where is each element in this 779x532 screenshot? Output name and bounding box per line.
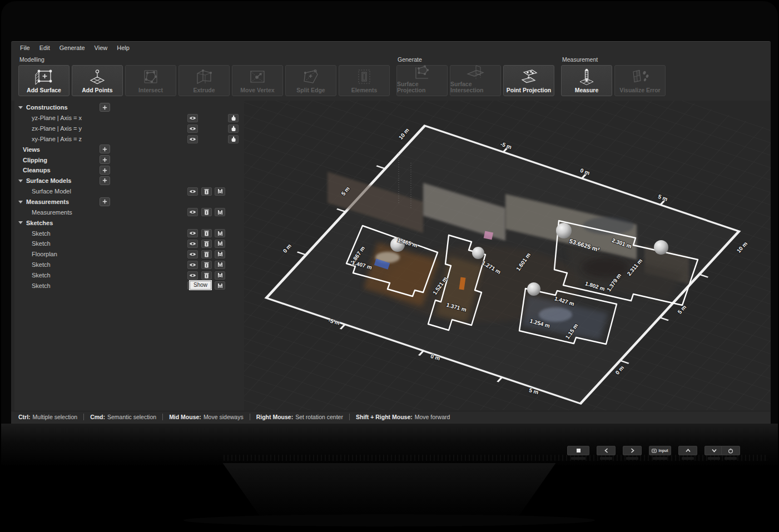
app-window: File Edit Generate View Help Modelling <box>11 41 771 425</box>
osd-menu-button[interactable] <box>567 446 589 455</box>
visibility-eye-button[interactable] <box>187 250 198 258</box>
section-label: Constructions <box>26 104 68 111</box>
tree-item-sketch-4[interactable]: Sketch <box>11 270 244 281</box>
tree-item-sketch-1[interactable]: Sketch <box>11 228 244 238</box>
grab-hand-button[interactable] <box>228 114 239 122</box>
tree-item-zx-plane[interactable]: zx-Plane | Axis = y <box>11 123 244 134</box>
delete-trash-button[interactable] <box>201 240 212 248</box>
hint-shift-right-mouse: Shift + Right Mouse:Move forward <box>356 414 450 420</box>
visibility-eye-button[interactable] <box>187 208 198 216</box>
add-construction-button[interactable] <box>100 103 110 112</box>
measure-button[interactable]: Measure <box>561 65 612 96</box>
sidebar-section-constructions[interactable]: Constructions <box>11 102 244 113</box>
divider <box>250 414 250 420</box>
add-clipping-button[interactable] <box>100 155 110 164</box>
delete-trash-button[interactable] <box>201 261 212 269</box>
show-tooltip: Show <box>190 281 211 290</box>
osd-power-button[interactable] <box>721 446 740 455</box>
osd-input-label: Input <box>658 449 668 453</box>
save-disk-button[interactable] <box>215 187 225 196</box>
save-disk-button[interactable] <box>215 261 225 269</box>
button-label: Extrude <box>193 87 215 93</box>
visibility-eye-button[interactable] <box>187 261 198 269</box>
visibility-eye-button[interactable] <box>187 240 198 248</box>
visibility-eye-button[interactable] <box>187 229 198 237</box>
add-points-button[interactable]: Add Points <box>72 65 123 96</box>
point-projection-button[interactable]: Point Projection <box>503 65 554 96</box>
delete-trash-button[interactable] <box>201 187 212 196</box>
osd-left-button[interactable] <box>597 446 616 455</box>
osd-input-button[interactable]: Input <box>649 446 671 455</box>
visualize-error-button: Visualize Error <box>614 65 666 96</box>
add-surface-model-button[interactable] <box>100 176 110 185</box>
visibility-eye-button[interactable] <box>187 125 198 133</box>
menu-generate[interactable]: Generate <box>58 43 87 52</box>
sidebar-section-measurements[interactable]: Measurements <box>11 197 244 207</box>
hint-mid-mouse: Mid Mouse:Move sideways <box>169 414 244 420</box>
add-surface-icon <box>33 66 55 87</box>
visibility-eye-button[interactable] <box>187 114 198 122</box>
section-label: Clipping <box>23 157 47 163</box>
menu-edit[interactable]: Edit <box>38 43 52 52</box>
viewport-3d-canvas[interactable]: 10 m 5 m 0 m -5 m 0 m 5 m 10 m 5 m 0 m -… <box>244 101 771 410</box>
delete-trash-button[interactable] <box>201 229 212 237</box>
delete-trash-button[interactable] <box>201 250 212 258</box>
osd-down-button[interactable] <box>704 446 723 455</box>
add-surface-button[interactable]: Add Surface <box>18 65 70 96</box>
button-label: Measure <box>575 87 599 93</box>
grab-hand-button[interactable] <box>228 135 239 143</box>
item-label: Sketch <box>32 230 51 237</box>
monitor-bezel: File Edit Generate View Help Modelling <box>1 1 778 465</box>
add-cleanup-button[interactable] <box>100 166 110 175</box>
elements-button: Elements <box>339 65 390 96</box>
tree-item-measurements[interactable]: Measurements <box>11 207 244 217</box>
add-view-button[interactable] <box>100 145 110 153</box>
save-disk-button[interactable] <box>215 229 225 237</box>
surface-projection-icon <box>411 63 433 81</box>
tree-item-floorplan[interactable]: Floorplan <box>11 249 244 260</box>
save-disk-button[interactable] <box>215 208 225 216</box>
item-label: Sketch <box>32 282 51 289</box>
tree-item-yz-plane[interactable]: yz-Plane | Axis = x <box>11 113 244 123</box>
viewport-panel[interactable]: 10 m 5 m 0 m -5 m 0 m 5 m 10 m 5 m 0 m -… <box>244 101 771 411</box>
osd-right-button[interactable] <box>623 446 642 455</box>
osd-up-button[interactable] <box>678 446 697 455</box>
save-disk-button[interactable] <box>215 281 225 290</box>
sidebar-section-surface-models[interactable]: Surface Models <box>11 176 244 186</box>
section-label: Surface Models <box>26 177 71 184</box>
save-disk-button[interactable] <box>215 250 225 258</box>
delete-trash-button[interactable] <box>201 271 212 280</box>
expander-icon[interactable] <box>18 180 23 182</box>
save-disk-button[interactable] <box>215 271 225 280</box>
visibility-eye-button[interactable] <box>187 187 198 196</box>
sidebar-section-clipping[interactable]: Clipping <box>11 155 244 165</box>
menu-view[interactable]: View <box>93 43 110 52</box>
button-label: Add Surface <box>27 87 61 93</box>
menu-help[interactable]: Help <box>115 43 131 52</box>
section-label: Cleanups <box>23 167 51 173</box>
expander-icon[interactable] <box>18 106 23 109</box>
expander-icon[interactable] <box>18 221 23 224</box>
grab-hand-button[interactable] <box>228 125 239 133</box>
item-label: Sketch <box>32 272 51 279</box>
tree-item-xy-plane[interactable]: xy-Plane | Axis = z <box>11 134 244 145</box>
tree-item-surface-model[interactable]: Surface Model <box>11 186 244 197</box>
sidebar-section-sketches[interactable]: Sketches <box>11 217 244 228</box>
sphere-marker <box>472 247 484 259</box>
menu-file[interactable]: File <box>18 43 32 52</box>
tree-item-sketch-2[interactable]: Sketch <box>11 238 244 249</box>
delete-trash-button[interactable] <box>201 208 212 216</box>
visibility-eye-button[interactable] <box>187 271 198 280</box>
item-label: Floorplan <box>32 251 57 257</box>
sidebar-section-cleanups[interactable]: Cleanups <box>11 165 244 176</box>
button-label: Intersect <box>138 87 163 93</box>
add-measurement-button[interactable] <box>100 197 110 206</box>
group-label: Measurement <box>562 56 666 63</box>
item-label: Sketch <box>32 240 51 247</box>
tree-item-sketch-3[interactable]: Sketch <box>11 260 244 270</box>
sidebar-section-views[interactable]: Views <box>11 144 244 155</box>
toolbar-group-generate: Generate Surface Projection <box>396 56 554 96</box>
visibility-eye-button[interactable] <box>187 135 198 143</box>
expander-icon[interactable] <box>18 201 23 203</box>
save-disk-button[interactable] <box>215 240 225 248</box>
